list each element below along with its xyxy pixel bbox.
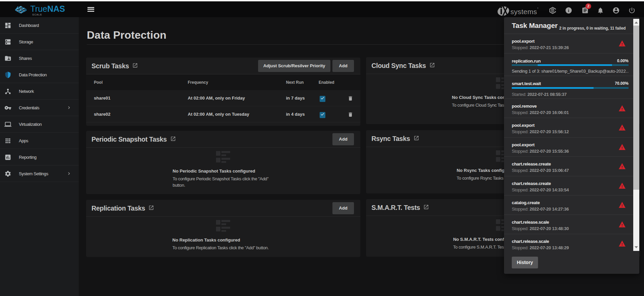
svg-text:™: ™ [537,7,538,10]
svg-text:systems: systems [510,8,537,15]
